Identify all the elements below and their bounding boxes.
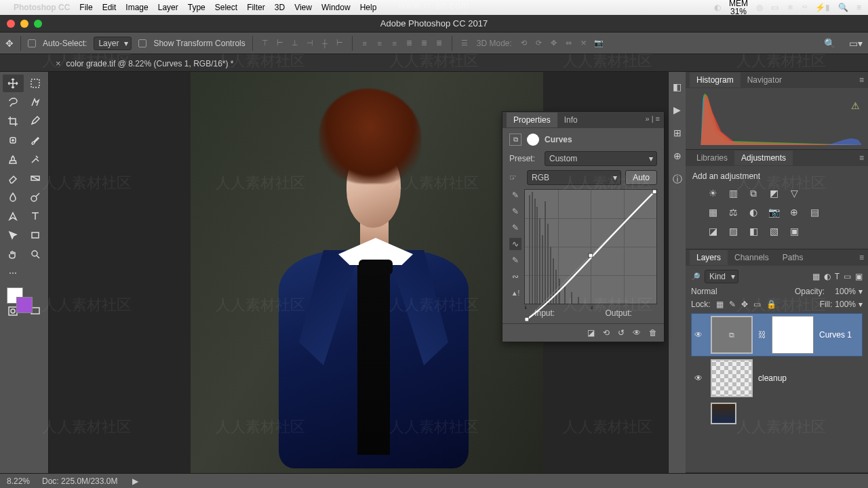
dock-icon-styles[interactable]: ⊕ (673, 150, 682, 161)
panel-menu-icon[interactable]: ≡ (859, 75, 864, 85)
app-name[interactable]: Photoshop CC (14, 3, 70, 12)
lock-position-icon[interactable]: ✥ (741, 300, 748, 309)
adj-exposure-icon[interactable]: ◩ (767, 186, 781, 200)
filter-adjust-icon[interactable]: ◐ (824, 272, 831, 281)
tab-properties[interactable]: Properties (507, 113, 557, 127)
filter-smart-icon[interactable]: ▣ (855, 272, 863, 281)
tab-histogram[interactable]: Histogram (690, 73, 741, 87)
pen-tool[interactable] (3, 207, 24, 225)
distribute-vcenter-icon[interactable]: ≡ (374, 38, 385, 49)
panel-menu-icon[interactable]: ≡ (859, 153, 864, 163)
doc-size[interactable]: Doc: 225.0M/233.0M (42, 476, 117, 486)
document-canvas[interactable] (191, 72, 543, 473)
adj-colorlookup-icon[interactable]: ▤ (808, 205, 821, 219)
filter-search-icon[interactable]: 🔎 (691, 272, 701, 281)
align-right-icon[interactable]: ⊢ (334, 38, 345, 49)
wifi-icon[interactable]: ⌔ (802, 3, 807, 12)
adj-threshold-icon[interactable]: ◧ (747, 224, 760, 238)
show-transform-checkbox[interactable] (138, 39, 146, 47)
menu-view[interactable]: View (294, 3, 312, 12)
align-bottom-icon[interactable]: ⊥ (290, 38, 300, 49)
align-hcenter-icon[interactable]: ┼ (319, 38, 330, 49)
layer-thumb[interactable] (711, 403, 736, 424)
history-brush-tool[interactable] (25, 150, 46, 168)
zoom-level[interactable]: 8.22% (7, 476, 30, 486)
spotlight-icon[interactable]: 🔍 (838, 3, 848, 12)
sample-gray-icon[interactable]: ✎ (509, 205, 521, 218)
lock-all-icon[interactable]: 🔒 (766, 300, 776, 309)
view-previous-icon[interactable]: 👁 (633, 328, 641, 338)
delete-adjustment-icon[interactable]: 🗑 (649, 328, 657, 338)
adj-posterize-icon[interactable]: ▨ (726, 224, 740, 238)
align-vcenter-icon[interactable]: ⊢ (275, 38, 285, 49)
fill-value[interactable]: 100% (835, 300, 856, 309)
layer-thumb[interactable] (711, 359, 753, 397)
document-tab[interactable]: × color grade.tif @ 8.22% (Curves 1, RGB… (47, 56, 242, 71)
blur-tool[interactable] (3, 188, 24, 206)
histogram-warning-icon[interactable]: ⚠ (851, 100, 860, 111)
layer-filter-kind-dropdown[interactable]: Kind (705, 270, 738, 283)
curves-chart[interactable] (524, 189, 657, 304)
search-icon[interactable]: 🔍 (824, 38, 835, 49)
menu-help[interactable]: Help (360, 3, 377, 12)
lock-transparency-icon[interactable]: ▦ (716, 300, 724, 309)
edit-points-icon[interactable]: ∿ (509, 238, 521, 250)
layer-visibility-icon[interactable]: 👁 (694, 373, 705, 383)
adj-photofilter-icon[interactable]: 📷 (767, 205, 781, 219)
adj-curves-icon[interactable]: ⧉ (747, 186, 760, 200)
properties-panel[interactable]: Properties Info » | ≡ ⧉ Curves Preset: C… (502, 111, 665, 342)
brush-tool[interactable] (25, 131, 46, 149)
marquee-tool[interactable] (25, 75, 46, 92)
menu-type[interactable]: Type (188, 3, 205, 12)
background-color[interactable] (16, 297, 33, 313)
filter-pixel-icon[interactable]: ▦ (812, 272, 820, 281)
menu-select[interactable]: Select (215, 3, 237, 12)
lasso-tool[interactable] (3, 94, 24, 111)
rectangle-tool[interactable] (25, 226, 46, 244)
crop-tool[interactable] (3, 113, 24, 130)
panel-menu-icon[interactable]: ≡ (859, 253, 864, 262)
align-top-icon[interactable]: ⊤ (260, 38, 271, 49)
layer-curves-1[interactable]: 👁 ⧉ ⛓ Curves 1 (691, 313, 863, 357)
distribute-bottom-icon[interactable]: ≡ (389, 38, 400, 49)
layer-cleanup[interactable]: 👁 cleanup (691, 357, 863, 400)
opacity-value[interactable]: 100% (827, 287, 856, 296)
filter-shape-icon[interactable]: ▭ (844, 272, 851, 281)
adj-levels-icon[interactable]: ▥ (726, 186, 740, 200)
auto-button[interactable]: Auto (625, 170, 657, 185)
clone-stamp-tool[interactable] (3, 150, 24, 168)
clip-icon[interactable]: ▲! (509, 287, 521, 299)
zoom-tool[interactable] (25, 245, 46, 263)
smooth-curve-icon[interactable]: ∾ (509, 270, 521, 283)
dock-icon-color[interactable]: ◧ (673, 81, 682, 92)
tab-layers[interactable]: Layers (690, 250, 728, 265)
menu-window[interactable]: Window (321, 3, 351, 12)
adj-invert-icon[interactable]: ◪ (706, 224, 719, 238)
window-close-button[interactable] (7, 20, 15, 28)
layer-background[interactable] (691, 400, 863, 427)
dodge-tool[interactable] (25, 188, 46, 206)
adj-hue-icon[interactable]: ▦ (706, 205, 719, 219)
tab-info[interactable]: Info (557, 113, 585, 127)
filter-type-icon[interactable]: T (835, 272, 840, 281)
window-minimize-button[interactable] (20, 20, 28, 28)
path-select-tool[interactable] (3, 226, 24, 244)
adj-bw-icon[interactable]: ◐ (747, 205, 760, 219)
distribute-top-icon[interactable]: ≡ (359, 38, 370, 49)
window-zoom-button[interactable] (34, 20, 42, 28)
eyedropper-tool[interactable] (25, 113, 46, 130)
dock-icon-play[interactable]: ▶ (673, 104, 681, 115)
edit-toolbar-icon[interactable]: ⋯ (3, 264, 24, 282)
clip-to-layer-icon[interactable]: ◪ (587, 328, 595, 338)
adj-vibrance-icon[interactable]: ▽ (787, 186, 801, 200)
menu-list-icon[interactable]: ≡ (856, 3, 861, 12)
tab-adjustments[interactable]: Adjustments (734, 150, 793, 165)
status-menu-icon[interactable]: ▶ (132, 476, 138, 486)
distribute-right-icon[interactable]: ≣ (434, 38, 445, 49)
lock-pixels-icon[interactable]: ✎ (729, 300, 736, 309)
color-swatches[interactable] (3, 286, 45, 313)
panel-collapse-icon[interactable]: » | ≡ (645, 115, 660, 123)
hand-tool[interactable] (3, 245, 24, 263)
gradient-tool[interactable] (25, 169, 46, 187)
move-tool[interactable] (3, 75, 24, 92)
